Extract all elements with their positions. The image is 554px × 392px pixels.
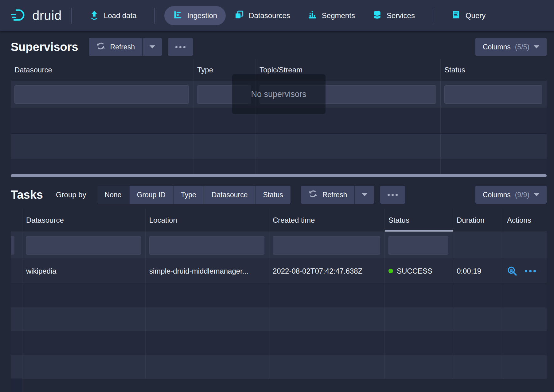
tasks-refresh-split: Refresh	[301, 186, 374, 204]
task-datasource-cell: wikipedia	[22, 259, 146, 283]
task-status-cell: SUCCESS	[385, 259, 453, 283]
tasks-table-header-row: Datasource Location Created time Status …	[11, 209, 547, 232]
nav-label: Services	[387, 11, 415, 20]
task-row-wikipedia: wikipedia simple-druid-middlemanager... …	[11, 259, 547, 283]
nav-divider	[154, 8, 155, 24]
logo-wordmark: druid	[32, 8, 62, 23]
column-header-datasource[interactable]: Datasource	[11, 59, 193, 81]
datasource-filter-input[interactable]	[14, 85, 189, 104]
nav-divider	[71, 8, 72, 24]
tasks-title: Tasks	[11, 188, 43, 202]
group-by-label: Group by	[56, 190, 86, 199]
refresh-label: Refresh	[322, 191, 347, 199]
supervisors-refresh-caret-button[interactable]	[143, 38, 162, 56]
status-filter-input[interactable]	[444, 85, 542, 104]
group-by-status-button[interactable]: Status	[256, 186, 290, 204]
nav-item-ingestion[interactable]: Ingestion	[164, 6, 226, 25]
column-header-status[interactable]: Status	[441, 59, 547, 81]
supervisors-columns-button[interactable]: Columns (5/5)	[475, 38, 547, 56]
more-icon	[175, 46, 185, 48]
group-by-type-button[interactable]: Type	[174, 186, 204, 204]
sort-indicator	[385, 230, 453, 232]
table-row	[11, 355, 547, 379]
group-by-segmented-control: None Group ID Type Datasource Status	[97, 186, 291, 204]
query-icon	[451, 10, 461, 21]
nav-label: Query	[466, 11, 486, 20]
nav-item-services[interactable]: Services	[364, 6, 423, 25]
supervisors-table: Datasource Type Topic/Stream Status No s…	[11, 59, 547, 177]
chevron-down-icon	[150, 45, 155, 48]
tasks-refresh-button[interactable]: Refresh	[301, 186, 355, 204]
segments-icon	[307, 10, 317, 21]
tasks-columns-button[interactable]: Columns (9/9)	[475, 186, 547, 204]
chevron-down-icon	[534, 193, 539, 196]
tasks-table: Datasource Location Created time Status …	[11, 209, 547, 379]
no-supervisors-message: No supervisors	[251, 90, 306, 99]
column-header-label: Status	[388, 216, 409, 225]
supervisors-more-button[interactable]	[168, 38, 193, 56]
datasource-filter-input[interactable]	[26, 236, 141, 255]
column-header-status-sorted[interactable]: Status	[385, 209, 453, 232]
column-header-spacer	[11, 209, 22, 232]
column-header-created-time[interactable]: Created time	[269, 209, 385, 232]
supervisors-refresh-button[interactable]: Refresh	[89, 38, 142, 56]
chevron-down-icon	[534, 45, 539, 48]
nav-item-segments[interactable]: Segments	[299, 6, 364, 25]
table-row	[11, 134, 547, 159]
services-icon	[372, 10, 382, 21]
table-row	[11, 283, 547, 307]
column-header-actions[interactable]: Actions	[503, 209, 547, 232]
status-label: SUCCESS	[397, 267, 432, 275]
column-header-location[interactable]: Location	[146, 209, 269, 232]
group-by-group-id-button[interactable]: Group ID	[130, 186, 174, 204]
horizontal-scrollbar[interactable]	[11, 174, 547, 177]
supervisors-refresh-split: Refresh	[89, 38, 162, 56]
created-time-filter-input[interactable]	[273, 236, 380, 255]
load-data-icon	[89, 10, 99, 21]
supervisors-title: Supervisors	[11, 40, 78, 54]
status-success-dot	[388, 269, 393, 273]
ingestion-icon	[173, 10, 183, 21]
columns-label: Columns	[483, 191, 511, 199]
more-icon	[388, 194, 398, 196]
tasks-refresh-caret-button[interactable]	[355, 186, 374, 204]
view-details-magnifier-icon[interactable]	[507, 266, 517, 276]
columns-count: (9/9)	[515, 191, 529, 199]
status-filter-input[interactable]	[388, 236, 448, 255]
refresh-icon	[308, 189, 318, 200]
druid-logo-icon	[11, 8, 28, 23]
clipped-filter-input[interactable]	[11, 236, 14, 255]
task-location-cell: simple-druid-middlemanager...	[146, 259, 269, 283]
location-filter-input[interactable]	[149, 236, 264, 255]
datasources-icon	[234, 10, 244, 21]
nav-item-datasources[interactable]: Datasources	[226, 6, 299, 25]
nav-label: Segments	[322, 11, 355, 20]
nav-label: Datasources	[249, 11, 290, 20]
refresh-label: Refresh	[110, 43, 135, 51]
supervisors-header: Supervisors Refresh Columns	[0, 35, 554, 59]
row-more-actions-icon[interactable]	[525, 270, 536, 272]
column-header-duration[interactable]: Duration	[453, 209, 503, 232]
tasks-filter-row	[11, 232, 547, 259]
group-by-none-button[interactable]: None	[97, 186, 130, 204]
nav-item-query[interactable]: Query	[443, 6, 494, 25]
nav-label: Load data	[104, 11, 137, 20]
no-supervisors-overlay: No supervisors	[232, 74, 326, 114]
group-by-datasource-button[interactable]: Datasource	[204, 186, 256, 204]
task-actions-cell	[503, 259, 547, 283]
column-header-datasource[interactable]: Datasource	[22, 209, 146, 232]
tasks-header: Tasks Group by None Group ID Type Dataso…	[0, 183, 554, 207]
nav-item-load-data[interactable]: Load data	[81, 6, 145, 25]
columns-label: Columns	[483, 43, 511, 51]
table-row	[11, 159, 547, 174]
table-row	[11, 331, 547, 355]
table-row	[11, 307, 547, 331]
nav-divider	[433, 8, 433, 24]
druid-logo[interactable]: druid	[11, 8, 62, 23]
refresh-icon	[96, 41, 105, 52]
task-duration-cell: 0:00:19	[453, 259, 503, 283]
chevron-down-icon	[362, 193, 367, 196]
tasks-more-button[interactable]	[380, 186, 405, 204]
nav-label: Ingestion	[187, 11, 217, 20]
columns-count: (5/5)	[515, 43, 529, 51]
